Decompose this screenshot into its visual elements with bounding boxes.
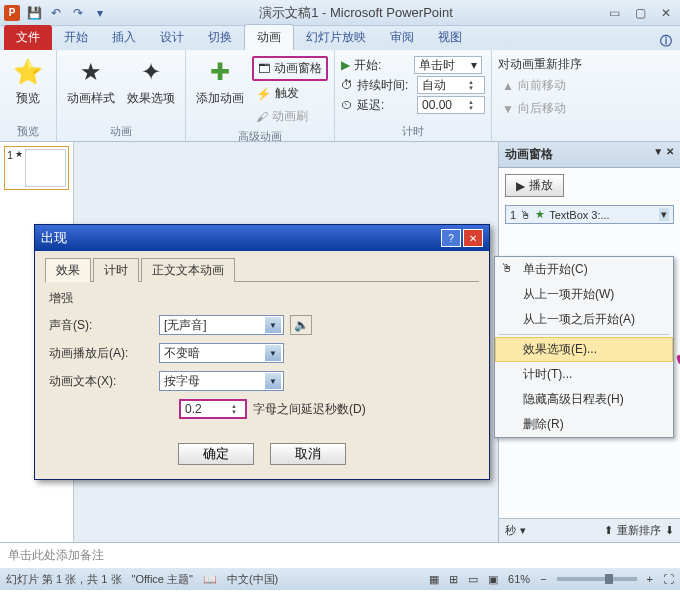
letter-delay-input[interactable]: 0.2 ▲▼	[179, 399, 247, 419]
seconds-dropdown[interactable]: ▾	[520, 524, 526, 537]
view-slideshow-icon[interactable]: ▣	[488, 573, 498, 586]
close-button[interactable]: ✕	[656, 5, 676, 21]
dropdown-arrow-icon: ▼	[265, 345, 281, 361]
theme-name: "Office 主题"	[132, 572, 193, 587]
minimize-button[interactable]: ▭	[604, 5, 624, 21]
tab-animations[interactable]: 动画	[244, 24, 294, 50]
thumb-number: 1	[7, 149, 13, 187]
zoom-level[interactable]: 61%	[508, 573, 530, 585]
spellcheck-icon[interactable]: 📖	[203, 573, 217, 586]
ok-button[interactable]: 确定	[178, 443, 254, 465]
anim-pane-title: 动画窗格	[505, 146, 553, 163]
animate-text-select[interactable]: 按字母 ▼	[159, 371, 284, 391]
dialog-help-button[interactable]: ?	[441, 229, 461, 247]
play-button[interactable]: ▶ 播放	[505, 174, 564, 197]
qat-dropdown-icon[interactable]: ▾	[92, 5, 108, 21]
zoom-in-icon[interactable]: +	[647, 573, 653, 585]
item-dropdown-icon[interactable]: ▾	[659, 208, 669, 221]
animation-context-menu: 🖱 单击开始(C) 从上一项开始(W) 从上一项之后开始(A) 效果选项(E).…	[494, 256, 674, 438]
view-reading-icon[interactable]: ▭	[468, 573, 478, 586]
tab-design[interactable]: 设计	[148, 25, 196, 50]
menu-on-click[interactable]: 🖱 单击开始(C)	[495, 257, 673, 282]
effect-options-button[interactable]: ✦ 效果选项	[123, 52, 179, 111]
start-value: 单击时	[419, 57, 455, 74]
fit-icon[interactable]: ⛶	[663, 573, 674, 585]
title-bar: P 💾 ↶ ↷ ▾ 演示文稿1 - Microsoft PowerPoint ▭…	[0, 0, 680, 26]
preview-button[interactable]: ⭐ 预览	[6, 52, 50, 111]
animation-painter-button[interactable]: 🖌 动画刷	[252, 106, 328, 127]
dialog-close-button[interactable]: ✕	[463, 229, 483, 247]
animation-styles-button[interactable]: ★ 动画样式	[63, 52, 119, 111]
view-sorter-icon[interactable]: ⊞	[449, 573, 458, 586]
anim-styles-label: 动画样式	[67, 90, 115, 107]
view-normal-icon[interactable]: ▦	[429, 573, 439, 586]
animation-list-item[interactable]: 1 🖱 ★ TextBox 3:... ▾	[505, 205, 674, 224]
preview-label: 预览	[16, 90, 40, 107]
duration-input[interactable]: 自动 ▲▼	[417, 76, 485, 94]
after-anim-select[interactable]: 不变暗 ▼	[159, 343, 284, 363]
item-text: TextBox 3:...	[549, 209, 610, 221]
appear-effect-icon: ★	[535, 208, 545, 221]
sound-select[interactable]: [无声音] ▼	[159, 315, 284, 335]
move-earlier-label: 向前移动	[518, 77, 566, 94]
animation-pane-button[interactable]: 🗔 动画窗格	[252, 56, 328, 81]
menu-after-previous[interactable]: 从上一项之后开始(A)	[495, 307, 673, 332]
menu-effect-options[interactable]: 效果选项(E)...	[495, 337, 673, 362]
pane-close-icon[interactable]: ▼ ✕	[653, 146, 674, 163]
start-select[interactable]: 单击时▾	[414, 56, 482, 74]
undo-icon[interactable]: ↶	[48, 5, 64, 21]
anim-indicator-icon: ★	[15, 149, 23, 187]
tab-insert[interactable]: 插入	[100, 25, 148, 50]
dialog-tab-timing[interactable]: 计时	[93, 258, 139, 282]
ribbon-tabs: 文件 开始 插入 设计 切换 动画 幻灯片放映 审阅 视图 ⓘ	[0, 26, 680, 50]
tab-home[interactable]: 开始	[52, 25, 100, 50]
delay-input[interactable]: 00.00 ▲▼	[417, 96, 485, 114]
save-icon[interactable]: 💾	[26, 5, 42, 21]
zoom-slider[interactable]	[557, 577, 637, 581]
menu-hide-timeline[interactable]: 隐藏高级日程表(H)	[495, 387, 673, 412]
add-animation-button[interactable]: ✚ 添加动画	[192, 52, 248, 111]
sound-label: 声音(S):	[49, 317, 159, 334]
dialog-tab-text[interactable]: 正文文本动画	[141, 258, 235, 282]
seconds-label: 秒	[505, 523, 516, 538]
status-bar: 幻灯片 第 1 张，共 1 张 "Office 主题" 📖 中文(中国) ▦ ⊞…	[0, 568, 680, 590]
zoom-out-icon[interactable]: −	[540, 573, 546, 585]
move-earlier-button[interactable]: ▲ 向前移动	[498, 75, 582, 96]
menu-with-previous[interactable]: 从上一项开始(W)	[495, 282, 673, 307]
cancel-button[interactable]: 取消	[270, 443, 346, 465]
tab-file[interactable]: 文件	[4, 25, 52, 50]
menu-timing[interactable]: 计时(T)...	[495, 362, 673, 387]
move-later-button[interactable]: ▼ 向后移动	[498, 98, 582, 119]
tab-transitions[interactable]: 切换	[196, 25, 244, 50]
language-indicator[interactable]: 中文(中国)	[227, 572, 278, 587]
tab-slideshow[interactable]: 幻灯片放映	[294, 25, 378, 50]
help-icon[interactable]: ⓘ	[660, 33, 672, 50]
group-timing-label: 计时	[341, 122, 485, 141]
delay-label: 延迟:	[357, 97, 413, 114]
footer-down-icon[interactable]: ⬇	[665, 524, 674, 537]
menu-separator	[499, 334, 669, 335]
slide-thumb-1[interactable]: 1 ★	[4, 146, 69, 190]
text-value: 按字母	[164, 373, 200, 390]
clock-icon: ⏱	[341, 78, 353, 92]
after-value: 不变暗	[164, 345, 200, 362]
quick-access-toolbar: 💾 ↶ ↷ ▾	[26, 5, 108, 21]
dialog-tab-effect[interactable]: 效果	[45, 258, 91, 282]
speaker-icon[interactable]: 🔈	[290, 315, 312, 335]
trigger-button[interactable]: ⚡ 触发	[252, 83, 328, 104]
footer-up-icon[interactable]: ⬆	[604, 524, 613, 537]
tab-view[interactable]: 视图	[426, 25, 474, 50]
animate-text-label: 动画文本(X):	[49, 373, 159, 390]
maximize-button[interactable]: ▢	[630, 5, 650, 21]
play-label: 播放	[529, 177, 553, 194]
app-icon: P	[4, 5, 20, 21]
notes-pane[interactable]: 单击此处添加备注	[0, 542, 680, 568]
menu-remove[interactable]: 删除(R)	[495, 412, 673, 437]
tab-review[interactable]: 审阅	[378, 25, 426, 50]
dropdown-arrow-icon: ▼	[265, 373, 281, 389]
redo-icon[interactable]: ↷	[70, 5, 86, 21]
delay-suffix-label: 字母之间延迟秒数(D)	[253, 401, 366, 418]
star-icon: ★	[75, 56, 107, 88]
effect-options-label: 效果选项	[127, 90, 175, 107]
item-number: 1	[510, 209, 516, 221]
